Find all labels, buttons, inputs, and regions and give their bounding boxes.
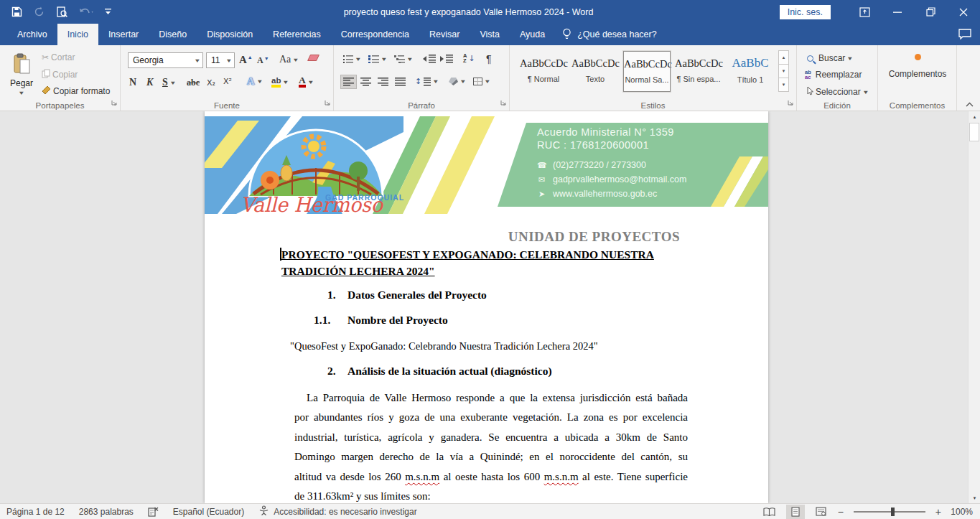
show-marks-button[interactable]: ¶: [486, 53, 492, 65]
replace-button[interactable]: abac Reemplazar: [805, 70, 862, 80]
chevron-down-icon: ▼: [225, 57, 232, 64]
tab-disposicion[interactable]: Disposición: [197, 24, 263, 45]
group-label-styles: Estilos: [510, 101, 796, 110]
heading-1: 1.Datos Generales del Proyecto: [327, 289, 487, 301]
bold-button[interactable]: N: [129, 77, 136, 88]
close-button[interactable]: [947, 0, 980, 24]
scroll-down-icon[interactable]: ▼: [969, 492, 980, 503]
style-sin-espaciado[interactable]: AaBbCcDc ¶ Sin espa...: [675, 51, 722, 92]
zoom-out-button[interactable]: −: [838, 508, 844, 515]
sort-button[interactable]: AZ ↓: [463, 53, 475, 63]
tab-correspondencia[interactable]: Correspondencia: [331, 24, 419, 45]
tab-vista[interactable]: Vista: [470, 24, 510, 45]
dialog-launcher-icon[interactable]: [325, 98, 331, 108]
style-normal[interactable]: AaBbCcDc ¶ Normal: [520, 51, 567, 92]
subscript-button[interactable]: X₂: [207, 78, 215, 88]
text-effects-icon: A: [247, 75, 255, 88]
chevron-down-icon: ▼: [193, 57, 200, 64]
font-family-combo[interactable]: Georgia ▼: [128, 52, 203, 68]
ribbon-display-options-icon[interactable]: [848, 0, 881, 24]
tab-archivo[interactable]: Archivo: [7, 24, 57, 45]
styles-scroll-up-icon[interactable]: ▲: [778, 50, 789, 65]
styles-more-icon[interactable]: ▼: [778, 78, 789, 92]
document-page[interactable]: GAD PARROQUIAL Valle Hermoso Acuerdo Min…: [205, 111, 768, 503]
borders-button[interactable]: ▼: [473, 78, 490, 85]
style-normal-sa[interactable]: AaBbCcDc Normal Sa...: [623, 51, 671, 92]
restore-button[interactable]: [914, 0, 947, 24]
tab-insertar[interactable]: Insertar: [98, 24, 149, 45]
proofing-error-icon[interactable]: [148, 507, 159, 517]
shading-button[interactable]: ▼: [449, 78, 465, 85]
align-center-button[interactable]: [360, 78, 371, 86]
multilevel-list-button[interactable]: ▼: [394, 55, 412, 63]
minimize-button[interactable]: [881, 0, 914, 24]
justify-button[interactable]: [395, 78, 406, 86]
select-button[interactable]: Seleccionar ▼: [806, 86, 868, 98]
style-texto[interactable]: AaBbCcDc Texto: [571, 51, 619, 92]
italic-button[interactable]: K: [146, 77, 153, 88]
zoom-slider[interactable]: [854, 511, 925, 513]
tab-referencias[interactable]: Referencias: [263, 24, 331, 45]
print-layout-icon[interactable]: [786, 505, 805, 519]
paragraph-line: por abundantes ríos y goza de una exuber…: [294, 408, 688, 427]
line-spacing-button[interactable]: ↕ ▼: [415, 77, 439, 86]
sign-in-button[interactable]: Inic. ses.: [780, 5, 831, 19]
vertical-scrollbar[interactable]: ▲ ▼: [968, 111, 980, 503]
chevron-down-icon: ▼: [862, 89, 869, 95]
save-icon[interactable]: [11, 6, 22, 17]
tab-ayuda[interactable]: Ayuda: [510, 24, 555, 45]
dialog-launcher-icon[interactable]: [788, 98, 794, 108]
grow-font-button[interactable]: A▲: [239, 54, 253, 66]
decrease-indent-button[interactable]: [423, 55, 436, 63]
web-layout-icon[interactable]: [812, 505, 831, 519]
underline-button[interactable]: S ▼: [162, 77, 175, 88]
align-right-button[interactable]: [378, 78, 388, 86]
comments-icon[interactable]: [958, 29, 971, 42]
group-editing: Buscar ▼ abac Reemplazar Seleccionar ▼ E…: [797, 45, 878, 111]
group-paragraph: ▼ ▼ ▼ AZ ↓ ¶: [334, 45, 510, 111]
font-color-button[interactable]: A ▼: [299, 76, 313, 88]
addins-button[interactable]: Complementos: [878, 54, 957, 79]
tab-revisar[interactable]: Revisar: [419, 24, 470, 45]
tab-inicio[interactable]: Inicio: [57, 24, 98, 45]
shrink-font-button[interactable]: A▼: [257, 55, 269, 66]
text-effects-button[interactable]: A ▼: [247, 75, 262, 88]
accessibility-status[interactable]: Accesibilidad: es necesario investigar: [258, 505, 416, 518]
strikethrough-button[interactable]: abc: [187, 78, 200, 88]
change-case-button[interactable]: Aa ▼: [279, 54, 299, 65]
bullets-button[interactable]: ▼: [342, 55, 360, 63]
styles-gallery-scrollbar[interactable]: ▲ ▼ ▼: [778, 51, 789, 92]
font-size-combo[interactable]: 11 ▼: [206, 52, 235, 68]
dialog-launcher-icon[interactable]: [500, 98, 507, 108]
increase-indent-button[interactable]: [440, 55, 453, 63]
styles-scroll-down-icon[interactable]: ▼: [778, 64, 789, 78]
paste-button[interactable]: Pegar ▼: [6, 50, 37, 103]
chevron-down-icon: ▼: [307, 79, 314, 85]
highlight-button[interactable]: ab ▼: [271, 77, 289, 88]
zoom-in-button[interactable]: +: [935, 508, 941, 515]
zoom-slider-thumb[interactable]: [891, 508, 895, 516]
numbering-button[interactable]: ▼: [368, 55, 386, 63]
dialog-launcher-icon[interactable]: [111, 98, 118, 108]
page-indicator[interactable]: Página 1 de 12: [6, 507, 65, 517]
align-left-button[interactable]: [340, 75, 357, 89]
document-area: GAD PARROQUIAL Valle Hermoso Acuerdo Min…: [0, 111, 980, 503]
find-button[interactable]: Buscar ▼: [807, 53, 853, 63]
customize-qat-icon[interactable]: [105, 8, 111, 16]
collapse-ribbon-icon[interactable]: [966, 99, 974, 109]
language-indicator[interactable]: Español (Ecuador): [173, 507, 244, 517]
scrollbar-thumb[interactable]: [969, 123, 979, 141]
superscript-button[interactable]: X²: [223, 77, 232, 86]
font-color-icon: A: [299, 76, 306, 88]
word-count[interactable]: 2863 palabras: [79, 507, 134, 517]
print-preview-icon[interactable]: [56, 6, 67, 18]
heading-1-1: 1.1.Nombre del Proyecto: [314, 314, 448, 327]
tab-diseno[interactable]: Diseño: [149, 24, 197, 45]
scroll-up-icon[interactable]: ▲: [969, 111, 980, 122]
style-titulo-1[interactable]: AaBbC Título 1: [727, 51, 774, 92]
tell-me-box[interactable]: ¿Qué desea hacer?: [555, 24, 664, 45]
clear-formatting-button[interactable]: [309, 55, 318, 61]
format-painter-button[interactable]: Copiar formato: [42, 85, 110, 97]
read-mode-icon[interactable]: [760, 505, 779, 519]
zoom-level[interactable]: 100%: [948, 507, 973, 517]
